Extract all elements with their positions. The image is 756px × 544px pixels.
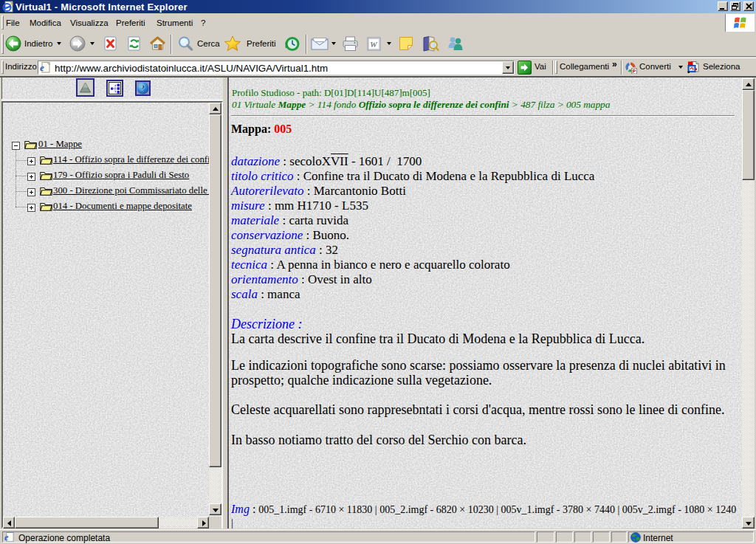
- svg-text:e: e: [4, 532, 9, 543]
- svg-text:?: ?: [140, 83, 145, 94]
- svg-text:W: W: [370, 40, 378, 49]
- svg-text:P: P: [633, 69, 636, 74]
- svg-text:e: e: [40, 62, 44, 73]
